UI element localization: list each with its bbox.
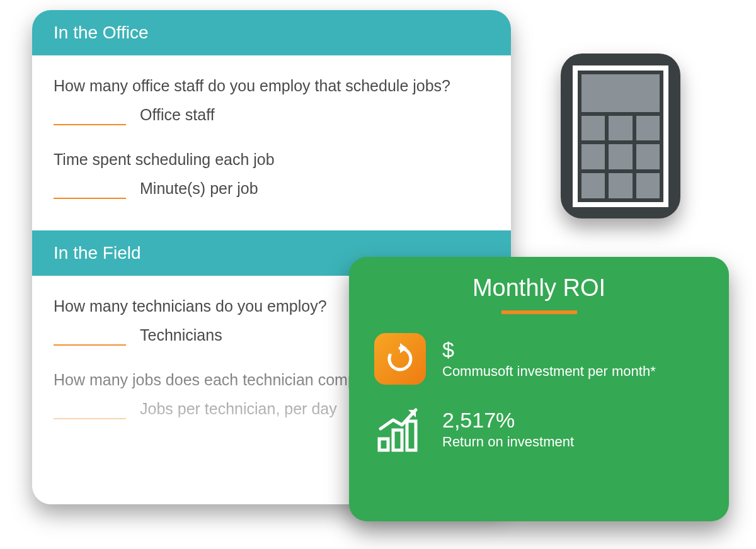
roi-return-text: 2,517% Return on investment [442,409,574,450]
roi-investment-row: $ Commusoft investment per month* [374,333,704,385]
roi-investment-text: $ Commusoft investment per month* [442,338,656,379]
question-input-row: Office staff [54,105,490,125]
calculator-keypad [578,116,663,202]
question-text: How many office staff do you employ that… [54,77,490,95]
return-value: 2,517% [442,409,574,432]
svg-rect-1 [379,439,388,450]
calculator-key [581,173,605,198]
calculator-key [581,144,605,169]
svg-rect-3 [407,421,416,450]
return-label: Return on investment [442,434,574,450]
calculator-body [573,65,668,207]
input-unit-label: Technicians [140,326,222,346]
section-title: In the Office [54,23,148,42]
input-unit-label: Office staff [140,106,215,125]
calculator-key [636,144,660,169]
roi-title-underline [501,310,577,314]
investment-label: Commusoft investment per month* [442,363,656,380]
time-per-job-input[interactable] [54,179,126,199]
jobs-per-tech-input[interactable] [54,399,126,419]
roi-return-row: 2,517% Return on investment [374,404,704,455]
office-staff-input[interactable] [54,105,126,125]
question-input-row: Minute(s) per job [54,179,490,199]
input-unit-label: Minute(s) per job [140,179,258,199]
technicians-input[interactable] [54,325,126,346]
question-text: Time spent scheduling each job [54,150,490,169]
calculator-key [636,116,660,141]
investment-value: $ [442,338,656,361]
roi-title: Monthly ROI [374,274,704,302]
calculator-icon [561,54,680,218]
cycle-icon [374,333,426,385]
monthly-roi-card: Monthly ROI $ Commusoft investment per m… [349,257,729,521]
calculator-key [609,173,632,198]
calculator-key [609,116,632,141]
input-unit-label: Jobs per technician, per day [140,400,337,419]
svg-rect-2 [393,430,402,450]
calculator-key [636,173,660,198]
section-title: In the Field [54,243,141,263]
section-body-office: How many office staff do you employ that… [32,55,511,230]
calculator-screen [581,74,660,112]
growth-chart-icon [374,404,426,455]
calculator-key [581,116,605,141]
section-header-office: In the Office [32,10,511,55]
calculator-key [609,144,632,169]
refresh-arrow-icon [384,343,416,375]
